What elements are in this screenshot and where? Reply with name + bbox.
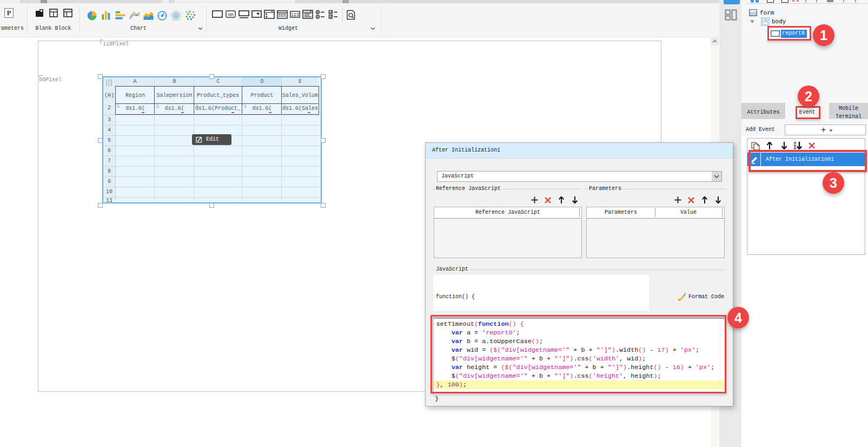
svg-text:lab: lab [228,12,234,17]
svg-text:123: 123 [291,12,299,17]
